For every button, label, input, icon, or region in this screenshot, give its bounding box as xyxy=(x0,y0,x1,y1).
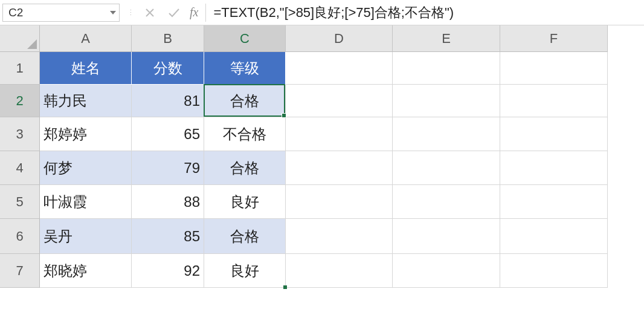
formula-value: =TEXT(B2,"[>85]良好;[>75]合格;不合格") xyxy=(213,4,454,22)
cell-grade[interactable]: 合格 xyxy=(204,219,286,254)
cell-score[interactable]: 65 xyxy=(132,117,204,151)
cell-score[interactable]: 85 xyxy=(132,219,204,254)
cell-grade[interactable]: 不合格 xyxy=(204,117,286,151)
column-header-b[interactable]: B xyxy=(132,25,204,52)
formula-bar: C2 fx =TEXT(B2,"[>85]良好;[>75]合格;不合格") xyxy=(0,0,644,25)
column-header-c[interactable]: C xyxy=(204,25,286,52)
row-header-6[interactable]: 6 xyxy=(0,219,40,254)
row-header-5[interactable]: 5 xyxy=(0,185,40,219)
fx-icon[interactable]: fx xyxy=(186,5,205,19)
column-header-a[interactable]: A xyxy=(40,25,132,52)
name-box-dropdown-icon[interactable] xyxy=(110,11,116,15)
name-box-value: C2 xyxy=(8,6,23,19)
cell-grade[interactable]: 合格 xyxy=(204,151,286,185)
cell-empty[interactable] xyxy=(393,254,500,288)
enter-button[interactable] xyxy=(162,0,186,25)
column-headers: ABCDEF xyxy=(40,25,608,52)
check-icon xyxy=(167,7,181,18)
column-header-e[interactable]: E xyxy=(393,25,500,52)
cell-empty[interactable] xyxy=(393,85,500,117)
range-handle[interactable] xyxy=(283,285,287,289)
cell-score[interactable]: 88 xyxy=(132,185,204,219)
cell-empty[interactable] xyxy=(286,52,393,85)
cell-empty[interactable] xyxy=(286,117,393,151)
cell-empty[interactable] xyxy=(393,52,500,85)
cell-empty[interactable] xyxy=(286,151,393,185)
cell-empty[interactable] xyxy=(286,85,393,117)
name-box[interactable]: C2 xyxy=(2,4,120,22)
cell-empty[interactable] xyxy=(500,254,608,288)
cell-grid[interactable]: 姓名 分数 等级 韩力民81合格郑婷婷65不合格何梦79合格叶淑霞88良好吴丹8… xyxy=(40,52,608,288)
cell-empty[interactable] xyxy=(393,219,500,254)
x-icon xyxy=(144,7,155,18)
cell-name[interactable]: 韩力民 xyxy=(40,85,132,117)
cell-empty[interactable] xyxy=(500,117,608,151)
cell-empty[interactable] xyxy=(500,185,608,219)
header-name[interactable]: 姓名 xyxy=(40,52,132,85)
header-grade[interactable]: 等级 xyxy=(204,52,286,85)
column-header-d[interactable]: D xyxy=(286,25,393,52)
cell-empty[interactable] xyxy=(286,219,393,254)
cell-empty[interactable] xyxy=(393,117,500,151)
cell-name[interactable]: 何梦 xyxy=(40,151,132,185)
cell-empty[interactable] xyxy=(500,52,608,85)
cell-empty[interactable] xyxy=(500,219,608,254)
select-all-corner[interactable] xyxy=(0,25,40,52)
cell-grade[interactable]: 良好 xyxy=(204,254,286,288)
cancel-button[interactable] xyxy=(138,0,162,25)
cell-name[interactable]: 吴丹 xyxy=(40,219,132,254)
header-score[interactable]: 分数 xyxy=(132,52,204,85)
cell-empty[interactable] xyxy=(500,151,608,185)
cell-grade[interactable]: 良好 xyxy=(204,185,286,219)
formula-bar-expand-handle[interactable] xyxy=(123,0,138,25)
row-header-1[interactable]: 1 xyxy=(0,52,40,85)
formula-bar-buttons: fx xyxy=(138,0,205,25)
row-headers: 1234567 xyxy=(0,52,40,288)
cell-name[interactable]: 郑晓婷 xyxy=(40,254,132,288)
row-header-3[interactable]: 3 xyxy=(0,117,40,151)
cell-empty[interactable] xyxy=(500,85,608,117)
row-header-2[interactable]: 2 xyxy=(0,85,40,117)
cell-name[interactable]: 郑婷婷 xyxy=(40,117,132,151)
cell-empty[interactable] xyxy=(393,185,500,219)
cell-empty[interactable] xyxy=(393,151,500,185)
cell-score[interactable]: 81 xyxy=(132,85,204,117)
column-header-f[interactable]: F xyxy=(500,25,608,52)
formula-input[interactable]: =TEXT(B2,"[>85]良好;[>75]合格;不合格") xyxy=(205,4,640,22)
row-header-4[interactable]: 4 xyxy=(0,151,40,185)
cell-grade[interactable]: 合格 xyxy=(204,85,286,117)
cell-score[interactable]: 92 xyxy=(132,254,204,288)
cell-empty[interactable] xyxy=(286,254,393,288)
cell-name[interactable]: 叶淑霞 xyxy=(40,185,132,219)
row-header-7[interactable]: 7 xyxy=(0,254,40,288)
cell-score[interactable]: 79 xyxy=(132,151,204,185)
cell-empty[interactable] xyxy=(286,185,393,219)
